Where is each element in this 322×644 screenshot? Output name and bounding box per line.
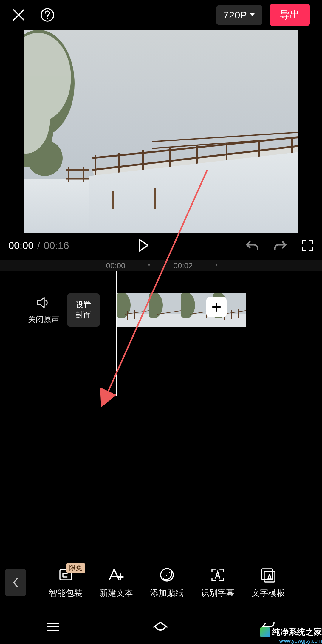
- undo-icon: [245, 239, 259, 251]
- clip-thumbnail: [149, 293, 181, 327]
- export-button[interactable]: 导出: [270, 4, 310, 26]
- help-button[interactable]: [40, 7, 55, 22]
- watermark-text: 纯净系统之家: [272, 626, 322, 638]
- play-icon: [138, 239, 150, 252]
- ruler-dot: [148, 264, 150, 266]
- close-icon: [12, 8, 26, 22]
- sticker-icon: [159, 567, 175, 583]
- back-button[interactable]: [5, 569, 26, 596]
- ruler-dot: [216, 264, 217, 266]
- export-label: 导出: [280, 9, 300, 20]
- cover-label-1: 设置: [76, 300, 91, 310]
- resolution-select[interactable]: 720P: [216, 5, 262, 25]
- redo-button[interactable]: [273, 239, 287, 251]
- tool-label: 智能包装: [49, 587, 82, 599]
- tool-label: 新建文本: [100, 587, 133, 599]
- tool-label: 添加贴纸: [150, 587, 184, 599]
- free-badge: 限免: [66, 563, 85, 573]
- tool-smart-pack[interactable]: 限免 智能包装: [41, 566, 91, 599]
- home-icon: [152, 620, 169, 633]
- nav-recents[interactable]: [46, 622, 60, 632]
- new-text-icon: [108, 567, 125, 583]
- chevron-left-icon: [12, 577, 19, 588]
- tool-add-sticker[interactable]: 添加贴纸: [142, 566, 192, 599]
- clip-thumbnail: [117, 293, 149, 327]
- bottom-toolbar: 限免 智能包装 新建文本 添加贴纸 识别字幕: [0, 556, 322, 609]
- watermark: 纯净系统之家 www.ycwgjsy.com: [260, 626, 322, 644]
- svg-rect-68: [264, 571, 275, 582]
- close-button[interactable]: [12, 8, 26, 22]
- time-separator: /: [37, 240, 40, 251]
- snow-scene-preview: [24, 30, 298, 233]
- top-bar-right: 720P 导出: [216, 4, 310, 26]
- timeline[interactable]: 关闭原声 设置 封面: [0, 271, 322, 396]
- menu-icon: [46, 622, 60, 632]
- top-bar: 720P 导出: [0, 0, 322, 30]
- mute-label: 关闭原声: [26, 314, 61, 325]
- ruler-tick: 00:02: [173, 261, 193, 270]
- undo-button[interactable]: [245, 239, 259, 251]
- top-bar-left: [12, 7, 55, 22]
- mute-original-audio[interactable]: 关闭原声: [26, 296, 61, 325]
- text-template-icon: [260, 567, 277, 583]
- tool-new-text[interactable]: 新建文本: [91, 566, 141, 599]
- total-time: 00:16: [44, 240, 69, 251]
- nav-home[interactable]: [152, 620, 169, 633]
- redo-icon: [273, 239, 287, 251]
- set-cover-tile[interactable]: 设置 封面: [67, 293, 100, 327]
- watermark-logo-icon: [260, 627, 270, 637]
- video-preview[interactable]: [24, 30, 298, 233]
- current-time: 00:00: [8, 240, 34, 251]
- add-clip-button[interactable]: [206, 297, 227, 317]
- watermark-url: www.ycwgjsy.com: [279, 638, 322, 644]
- play-button[interactable]: [138, 239, 150, 252]
- controls-right: [245, 239, 314, 252]
- subtitle-icon: [210, 567, 226, 583]
- fullscreen-button[interactable]: [301, 239, 314, 252]
- speaker-icon: [36, 296, 51, 309]
- svg-point-3: [47, 18, 48, 19]
- timecode: 00:00 / 00:16: [8, 240, 69, 251]
- playhead[interactable]: [116, 271, 117, 396]
- ruler-tick: 00:00: [106, 261, 125, 270]
- plus-icon: [211, 302, 222, 312]
- tool-subtitle[interactable]: 识别字幕: [193, 566, 243, 599]
- tool-label: 文字模板: [252, 587, 285, 599]
- cover-label-2: 封面: [76, 310, 91, 320]
- resolution-label: 720P: [223, 9, 247, 21]
- tool-label: 识别字幕: [201, 587, 234, 599]
- fullscreen-icon: [301, 239, 314, 252]
- timeline-ruler[interactable]: 00:00 00:02: [0, 260, 322, 271]
- caret-down-icon: [249, 13, 255, 17]
- tool-text-template[interactable]: 文字模板: [243, 566, 293, 599]
- tools-list: 限免 智能包装 新建文本 添加贴纸 识别字幕: [26, 566, 322, 599]
- player-controls: 00:00 / 00:16: [0, 233, 322, 260]
- help-icon: [40, 7, 55, 22]
